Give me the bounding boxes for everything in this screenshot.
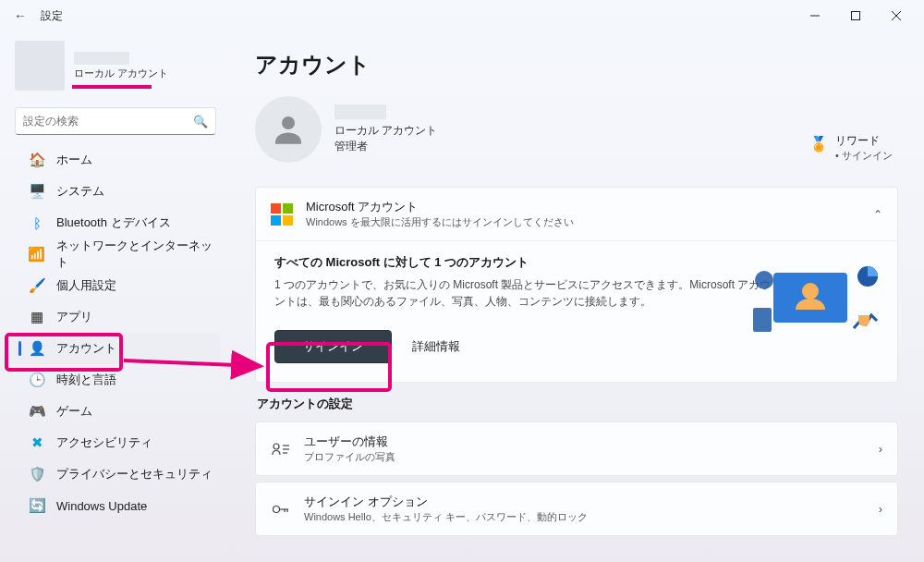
nav-icon: 🎮 [29, 403, 45, 420]
nav-icon: 🖥️ [29, 183, 45, 200]
nav-label: プライバシーとセキュリティ [56, 466, 213, 483]
sidebar-item-0[interactable]: 🏠ホーム [11, 144, 220, 176]
rewards-title: リワード [835, 133, 893, 149]
active-indicator [18, 184, 21, 199]
user-name-redacted [74, 52, 129, 65]
sidebar-user-card[interactable]: ローカル アカウント [11, 37, 220, 98]
sidebar-item-9[interactable]: ✖アクセシビリティ [11, 427, 220, 458]
sidebar-item-10[interactable]: 🛡️プライバシーとセキュリティ [11, 458, 220, 490]
active-indicator [18, 498, 21, 513]
nav-icon: 🔄 [29, 497, 45, 514]
nav-label: Windows Update [56, 499, 147, 513]
microsoft-logo-icon [271, 203, 293, 226]
active-indicator [18, 373, 21, 387]
titlebar: ← 設定 [0, 0, 924, 31]
ms-card-header[interactable]: Microsoft アカウント Windows を最大限に活用するにはサインイン… [256, 188, 897, 240]
account-header: ローカル アカウント 管理者 [255, 96, 898, 163]
nav-icon: 🕒 [29, 372, 45, 388]
maximize-button[interactable] [835, 2, 876, 30]
nav-label: アカウント [56, 340, 116, 357]
nav-icon: ✖ [29, 434, 45, 451]
chevron-right-icon: › [879, 502, 882, 516]
ms-card-title: Microsoft アカウント [306, 199, 860, 215]
sidebar-item-5[interactable]: ▦アプリ [11, 301, 220, 333]
row-sub: プロファイルの写真 [304, 450, 395, 464]
row-title: サインイン オプション [304, 494, 588, 510]
active-indicator [18, 247, 21, 262]
active-indicator [18, 278, 21, 293]
nav-label: 時刻と言語 [56, 372, 116, 388]
promo-illustration [748, 263, 881, 337]
account-name-redacted [334, 104, 386, 119]
content: アカウント ローカル アカウント 管理者 🏅 リワード • サインイン Mi [229, 31, 924, 562]
search-input[interactable] [23, 115, 193, 128]
active-indicator [18, 404, 21, 419]
nav-icon: 📶 [29, 246, 45, 263]
active-indicator [18, 435, 21, 450]
signin-button[interactable]: サインイン [274, 330, 392, 363]
ms-account-card: Microsoft アカウント Windows を最大限に活用するにはサインイン… [255, 187, 898, 383]
svg-line-20 [124, 360, 261, 366]
nav-icon: ▦ [29, 309, 45, 325]
nav-icon: 🏠 [29, 152, 45, 168]
nav-label: システム [56, 183, 104, 200]
svg-point-7 [755, 271, 773, 289]
close-button[interactable] [876, 2, 917, 30]
account-role: 管理者 [334, 139, 437, 154]
rewards-tile[interactable]: 🏅 リワード • サインイン [809, 133, 893, 163]
svg-point-12 [274, 444, 279, 449]
window-title: 設定 [41, 8, 63, 24]
row-title: ユーザーの情報 [304, 434, 395, 450]
sidebar-item-4[interactable]: 🖌️個人用設定 [11, 270, 220, 301]
search-icon: 🔍 [193, 115, 208, 128]
page-title: アカウント [255, 50, 898, 79]
svg-point-6 [802, 283, 819, 299]
details-link[interactable]: 詳細情報 [412, 338, 460, 355]
nav-icon: 👤 [29, 340, 45, 357]
active-indicator [18, 215, 21, 230]
row-user-info[interactable]: ユーザーの情報 プロファイルの写真 › [255, 422, 898, 476]
nav-label: ゲーム [56, 403, 92, 420]
annotation-underline [72, 85, 152, 89]
svg-rect-1 [852, 12, 860, 20]
settings-section-title: アカウントの設定 [257, 396, 898, 412]
active-indicator [18, 467, 21, 482]
sidebar-item-1[interactable]: 🖥️システム [11, 176, 220, 207]
active-indicator [18, 310, 21, 324]
nav-label: 個人用設定 [56, 277, 116, 294]
nav-icon: 🛡️ [29, 466, 45, 483]
svg-rect-8 [753, 308, 772, 332]
row-signin-options[interactable]: サインイン オプション Windows Hello、セキュリティ キー、パスワー… [255, 482, 898, 536]
ms-card-body: 1 つのアカウントで、お気に入りの Microsoft 製品とサービスにアクセス… [274, 276, 773, 310]
ms-card-sub: Windows を最大限に活用するにはサインインしてください [306, 215, 860, 229]
svg-rect-11 [858, 315, 869, 319]
nav-label: ネットワークとインターネット [56, 238, 213, 271]
user-info-icon [271, 442, 291, 457]
back-button[interactable]: ← [7, 3, 33, 29]
chevron-right-icon: › [879, 442, 882, 456]
key-icon [271, 502, 291, 517]
window-controls [795, 2, 917, 30]
avatar [255, 96, 322, 163]
sidebar-item-2[interactable]: ᛒBluetooth とデバイス [11, 207, 220, 238]
svg-point-4 [282, 116, 295, 129]
row-sub: Windows Hello、セキュリティ キー、パスワード、動的ロック [304, 510, 588, 524]
sidebar: ローカル アカウント 🔍 🏠ホーム🖥️システムᛒBluetooth とデバイス📶… [0, 31, 229, 562]
avatar-thumb [15, 41, 65, 91]
nav-label: Bluetooth とデバイス [56, 214, 171, 231]
sidebar-item-11[interactable]: 🔄Windows Update [11, 490, 220, 521]
nav-label: ホーム [56, 152, 92, 168]
sidebar-item-8[interactable]: 🎮ゲーム [11, 396, 220, 427]
nav-icon: 🖌️ [29, 277, 45, 294]
chevron-up-icon: ⌃ [873, 208, 882, 221]
nav-label: アクセシビリティ [56, 434, 152, 451]
search-box[interactable]: 🔍 [15, 107, 216, 135]
svg-point-16 [274, 506, 280, 512]
rewards-icon: 🏅 [809, 135, 828, 153]
minimize-button[interactable] [795, 2, 835, 30]
annotation-arrow [122, 351, 268, 375]
active-indicator [18, 341, 21, 356]
nav-icon: ᛒ [29, 214, 45, 231]
sidebar-nav: 🏠ホーム🖥️システムᛒBluetooth とデバイス📶ネットワークとインターネッ… [11, 144, 220, 521]
sidebar-item-3[interactable]: 📶ネットワークとインターネット [11, 238, 220, 270]
